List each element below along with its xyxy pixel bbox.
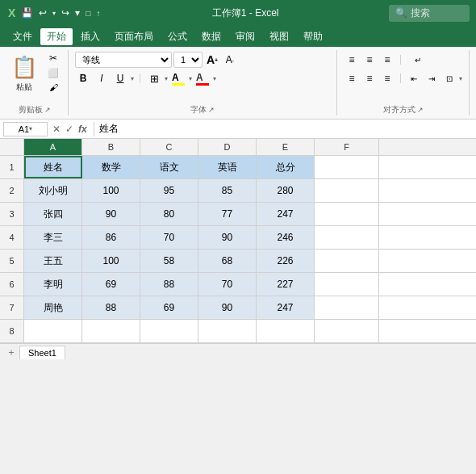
cell-F4[interactable]: [315, 226, 379, 249]
cell-C4[interactable]: 70: [140, 226, 198, 249]
font-expand-icon[interactable]: ↗: [208, 106, 215, 114]
align-left-button[interactable]: ≡: [344, 70, 360, 86]
menu-review[interactable]: 审阅: [229, 28, 261, 45]
more-commands-icon[interactable]: ▾: [73, 6, 81, 20]
cell-A2[interactable]: 刘小明: [24, 179, 82, 202]
menu-formula[interactable]: 公式: [161, 28, 194, 45]
cell-F3[interactable]: [315, 203, 379, 225]
cell-C7[interactable]: 69: [140, 296, 198, 319]
cell-D5[interactable]: 68: [198, 250, 257, 272]
col-header-E[interactable]: E: [257, 139, 315, 155]
confirm-formula-icon[interactable]: ✓: [64, 124, 75, 135]
alignment-expand-icon[interactable]: ↗: [417, 106, 424, 114]
bold-button[interactable]: B: [75, 70, 91, 86]
cell-E6[interactable]: 227: [257, 273, 315, 296]
paste-button[interactable]: 📋 粘贴: [6, 52, 42, 95]
col-header-B[interactable]: B: [82, 139, 140, 155]
clipboard-expand-icon[interactable]: ↗: [44, 106, 51, 114]
cell-D7[interactable]: 90: [198, 296, 257, 319]
font-family-selector[interactable]: 等线: [75, 52, 172, 68]
menu-insert[interactable]: 插入: [74, 28, 106, 45]
cancel-formula-icon[interactable]: ✕: [51, 124, 62, 135]
undo-icon[interactable]: ↩: [37, 6, 48, 20]
merge-dropdown[interactable]: ▾: [459, 75, 462, 82]
italic-button[interactable]: I: [94, 70, 110, 86]
cell-D6[interactable]: 70: [198, 273, 257, 296]
indent-increase-button[interactable]: ⇥: [424, 70, 440, 86]
font-size-selector[interactable]: 12: [173, 52, 203, 68]
cell-F6[interactable]: [315, 273, 379, 296]
cell-A8[interactable]: [24, 320, 82, 342]
cell-A7[interactable]: 周艳: [24, 296, 82, 319]
cell-E3[interactable]: 247: [257, 203, 315, 225]
search-box[interactable]: 🔍 搜索: [389, 5, 470, 22]
cell-E5[interactable]: 226: [257, 250, 315, 272]
copy-button[interactable]: ⬜: [44, 66, 63, 79]
cell-B2[interactable]: 100: [82, 179, 140, 202]
cell-B3[interactable]: 90: [82, 203, 140, 225]
cell-F1[interactable]: [315, 156, 379, 178]
cell-C6[interactable]: 88: [140, 273, 198, 296]
underline-button[interactable]: U: [112, 70, 128, 86]
cell-A6[interactable]: 李明: [24, 273, 82, 296]
col-header-F[interactable]: F: [315, 139, 379, 155]
menu-help[interactable]: 帮助: [297, 28, 329, 45]
autosave-icon[interactable]: ↑: [94, 7, 102, 19]
cell-C1[interactable]: 语文: [140, 156, 198, 178]
cell-D8[interactable]: [198, 320, 257, 342]
cell-D2[interactable]: 85: [198, 179, 257, 202]
col-header-D[interactable]: D: [198, 139, 257, 155]
format-painter-button[interactable]: 🖌: [44, 81, 63, 94]
cell-A5[interactable]: 王五: [24, 250, 82, 272]
cut-button[interactable]: ✂: [44, 52, 63, 65]
cell-B7[interactable]: 88: [82, 296, 140, 319]
decrease-font-button[interactable]: A-: [222, 52, 238, 68]
cell-B8[interactable]: [82, 320, 140, 342]
cell-F8[interactable]: [315, 320, 379, 342]
cell-E8[interactable]: [257, 320, 315, 342]
col-header-C[interactable]: C: [140, 139, 198, 155]
fill-color-dropdown[interactable]: ▾: [189, 75, 192, 82]
font-color-button[interactable]: A: [194, 70, 211, 86]
new-sheet-button[interactable]: ＋: [3, 346, 19, 359]
menu-page-layout[interactable]: 页面布局: [108, 28, 160, 45]
save-icon[interactable]: 💾: [19, 6, 35, 20]
menu-data[interactable]: 数据: [195, 28, 228, 45]
form-icon[interactable]: □: [84, 7, 92, 19]
align-middle-button[interactable]: ≡: [361, 52, 378, 68]
align-top-button[interactable]: ≡: [344, 52, 360, 68]
align-right-button[interactable]: ≡: [379, 70, 395, 86]
cell-ref-dropdown[interactable]: ▾: [29, 125, 32, 132]
cell-A1[interactable]: 姓名: [24, 156, 82, 178]
cell-B5[interactable]: 100: [82, 250, 140, 272]
cell-F7[interactable]: [315, 296, 379, 319]
cell-C8[interactable]: [140, 320, 198, 342]
insert-function-icon[interactable]: fx: [77, 124, 89, 135]
cell-C2[interactable]: 95: [140, 179, 198, 202]
menu-view[interactable]: 视图: [263, 28, 295, 45]
menu-home[interactable]: 开始: [40, 28, 73, 45]
increase-font-button[interactable]: A+: [204, 52, 220, 68]
cell-F5[interactable]: [315, 250, 379, 272]
cell-D3[interactable]: 77: [198, 203, 257, 225]
cell-C5[interactable]: 58: [140, 250, 198, 272]
cell-F2[interactable]: [315, 179, 379, 202]
cell-B4[interactable]: 86: [82, 226, 140, 249]
align-bottom-button[interactable]: ≡: [379, 52, 395, 68]
cell-B1[interactable]: 数学: [82, 156, 140, 178]
sheet-tab-1[interactable]: Sheet1: [19, 346, 65, 359]
redo-icon[interactable]: ↪: [60, 6, 71, 20]
merge-button[interactable]: ⊡: [441, 70, 457, 86]
font-color-dropdown[interactable]: ▾: [213, 75, 216, 82]
cell-C3[interactable]: 80: [140, 203, 198, 225]
cell-E1[interactable]: 总分: [257, 156, 315, 178]
col-header-A[interactable]: A: [24, 139, 82, 155]
cell-reference-box[interactable]: A1 ▾: [3, 122, 48, 136]
formula-input[interactable]: [99, 124, 473, 135]
undo-dropdown-icon[interactable]: ▾: [51, 8, 57, 19]
menu-file[interactable]: 文件: [6, 28, 39, 45]
borders-button[interactable]: ⊞: [146, 70, 162, 86]
wrap-text-button[interactable]: ↵: [406, 52, 430, 68]
cell-A4[interactable]: 李三: [24, 226, 82, 249]
cell-E7[interactable]: 247: [257, 296, 315, 319]
